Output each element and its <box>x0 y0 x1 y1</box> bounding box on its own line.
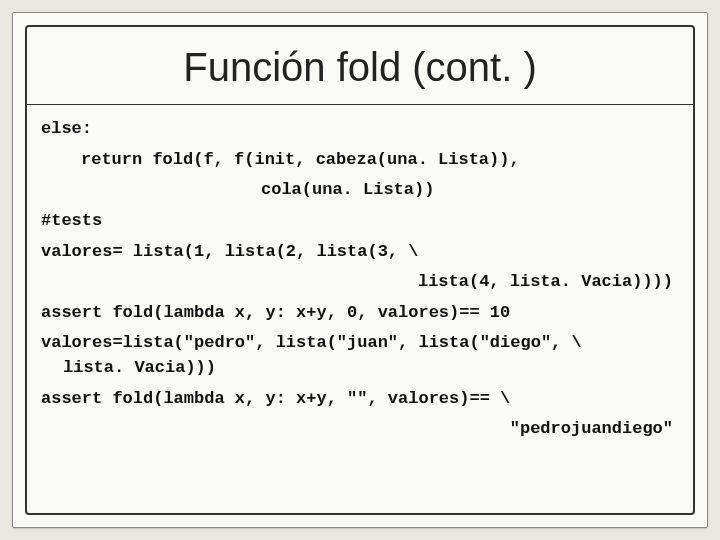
code-line-wrapped: valores=lista("pedro", lista("juan", lis… <box>41 331 679 380</box>
slide-title: Función fold (cont. ) <box>27 27 693 104</box>
slide-inner-frame: Función fold (cont. ) else: return fold(… <box>25 25 695 515</box>
slide-container: Función fold (cont. ) else: return fold(… <box>12 12 708 528</box>
code-line: cola(una. Lista)) <box>41 178 679 203</box>
code-line: assert fold(lambda x, y: x+y, 0, valores… <box>41 301 679 326</box>
code-line: lista. Vacia))) <box>41 356 679 381</box>
code-line: lista(4, lista. Vacia)))) <box>41 270 679 295</box>
code-line: valores=lista("pedro", lista("juan", lis… <box>41 331 679 356</box>
code-line: valores= lista(1, lista(2, lista(3, \ <box>41 240 679 265</box>
code-block: else: return fold(f, f(init, cabeza(una.… <box>27 105 693 513</box>
code-line: #tests <box>41 209 679 234</box>
code-line: else: <box>41 117 679 142</box>
code-line: return fold(f, f(init, cabeza(una. Lista… <box>41 148 679 173</box>
code-line: assert fold(lambda x, y: x+y, "", valore… <box>41 387 679 412</box>
code-line: "pedrojuandiego" <box>41 417 679 442</box>
